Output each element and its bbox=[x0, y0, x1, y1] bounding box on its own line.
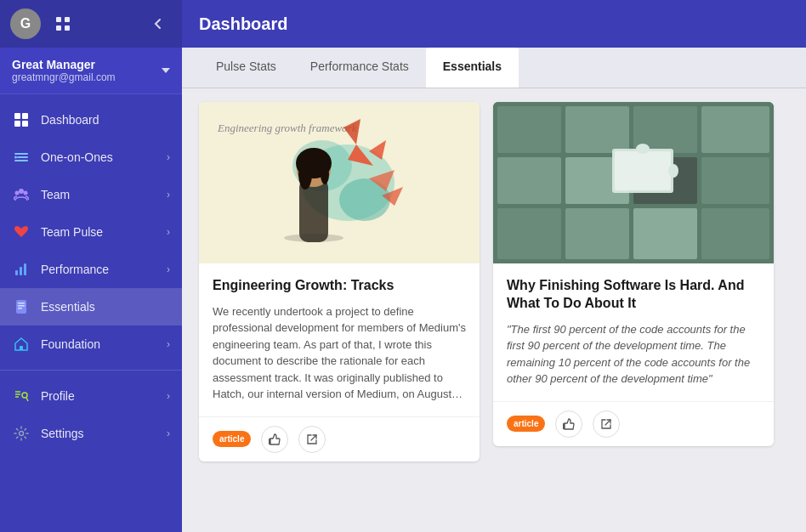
sidebar: G Great Manager greatmngr@gmail.com bbox=[0, 0, 182, 532]
svg-rect-7 bbox=[22, 121, 28, 127]
svg-rect-53 bbox=[497, 157, 561, 204]
grid-icon[interactable] bbox=[49, 10, 77, 37]
card-2-image bbox=[493, 102, 774, 263]
sidebar-label-foundation: Foundation bbox=[41, 337, 156, 351]
oneone-icon bbox=[12, 148, 31, 167]
main-content: Dashboard Pulse Stats Performance Stats … bbox=[182, 0, 806, 532]
sidebar-item-settings[interactable]: Settings › bbox=[0, 415, 182, 452]
sidebar-item-team[interactable]: Team › bbox=[0, 176, 182, 213]
svg-text:Engineering growth framework: Engineering growth framework bbox=[217, 122, 357, 134]
svg-rect-3 bbox=[65, 25, 70, 31]
card-2-like-button[interactable] bbox=[555, 410, 582, 438]
card-2-title: Why Finishing Software Is Hard. And What… bbox=[507, 277, 760, 313]
book-icon bbox=[12, 297, 31, 316]
svg-point-44 bbox=[298, 159, 312, 190]
card-1-open-button[interactable] bbox=[298, 426, 326, 453]
svg-rect-56 bbox=[701, 157, 769, 204]
svg-point-13 bbox=[15, 191, 20, 195]
svg-rect-15 bbox=[15, 270, 18, 275]
tab-pulse-stats[interactable]: Pulse Stats bbox=[199, 48, 293, 88]
bar-icon bbox=[12, 260, 31, 279]
card-2-footer: article bbox=[493, 401, 774, 446]
team-icon bbox=[12, 185, 31, 204]
svg-rect-18 bbox=[16, 300, 26, 314]
svg-line-66 bbox=[605, 420, 610, 425]
sidebar-item-foundation[interactable]: Foundation › bbox=[0, 325, 182, 363]
card-1-like-button[interactable] bbox=[261, 426, 288, 453]
sidebar-item-performance[interactable]: Performance › bbox=[0, 251, 182, 288]
sidebar-nav: Dashboard One-on-Ones › bbox=[0, 94, 182, 532]
card-1-body: Engineering Growth: Tracks We recently u… bbox=[199, 263, 480, 416]
card-engineering-growth: Engineering growth framework bbox=[199, 102, 480, 461]
sidebar-label-performance: Performance bbox=[41, 263, 156, 276]
settings-chevron: › bbox=[167, 427, 170, 439]
svg-rect-21 bbox=[18, 308, 22, 309]
svg-rect-6 bbox=[14, 121, 20, 127]
sidebar-item-team-pulse[interactable]: Team Pulse › bbox=[0, 213, 182, 251]
card-2-text: "The first 90 percent of the code accoun… bbox=[507, 321, 760, 388]
card-1-image: Engineering growth framework bbox=[199, 102, 480, 263]
svg-rect-0 bbox=[56, 17, 61, 22]
user-name: Great Manager greatmngr@gmail.com bbox=[12, 58, 116, 83]
svg-rect-52 bbox=[701, 106, 769, 153]
card-1-title: Engineering Growth: Tracks bbox=[213, 277, 466, 295]
card-2-badge: article bbox=[507, 416, 545, 432]
card-finishing-software: Why Finishing Software Is Hard. And What… bbox=[493, 102, 774, 446]
card-2-open-button[interactable] bbox=[593, 410, 620, 438]
svg-rect-50 bbox=[565, 106, 629, 153]
content-area: Engineering growth framework bbox=[182, 88, 806, 532]
nav-divider bbox=[0, 370, 182, 371]
team-chevron: › bbox=[167, 189, 170, 201]
tab-essentials[interactable]: Essentials bbox=[426, 48, 519, 88]
avatar: G bbox=[10, 8, 41, 39]
sidebar-item-profile[interactable]: Profile › bbox=[0, 377, 182, 415]
settings-icon bbox=[12, 424, 31, 443]
user-email-text: greatmngr@gmail.com bbox=[12, 71, 116, 83]
sidebar-header: G bbox=[0, 0, 182, 48]
svg-rect-65 bbox=[563, 423, 565, 429]
card-1-badge: article bbox=[213, 431, 251, 447]
svg-rect-57 bbox=[497, 208, 561, 259]
user-info: Great Manager greatmngr@gmail.com bbox=[0, 48, 182, 94]
svg-rect-60 bbox=[701, 208, 769, 259]
svg-point-45 bbox=[321, 164, 329, 184]
profile-chevron: › bbox=[167, 390, 170, 402]
svg-point-27 bbox=[22, 393, 27, 398]
sidebar-item-one-on-ones[interactable]: One-on-Ones › bbox=[0, 139, 182, 176]
svg-point-14 bbox=[24, 191, 28, 195]
svg-rect-1 bbox=[65, 17, 70, 22]
heart-icon bbox=[12, 223, 31, 241]
team-pulse-chevron: › bbox=[167, 226, 170, 238]
svg-rect-19 bbox=[18, 303, 25, 304]
page-title: Dashboard bbox=[199, 14, 287, 34]
collapse-icon[interactable] bbox=[145, 10, 172, 37]
user-menu-chevron[interactable] bbox=[162, 68, 170, 73]
card-1-text: We recently undertook a project to defin… bbox=[213, 303, 466, 403]
tab-performance-stats[interactable]: Performance Stats bbox=[293, 48, 426, 88]
card-2-body: Why Finishing Software Is Hard. And What… bbox=[493, 263, 774, 401]
performance-chevron: › bbox=[167, 263, 170, 275]
sidebar-header-left: G bbox=[10, 8, 77, 39]
svg-rect-58 bbox=[565, 208, 629, 259]
sidebar-label-team: Team bbox=[41, 188, 156, 201]
svg-point-12 bbox=[19, 189, 24, 194]
sidebar-item-essentials[interactable]: Essentials bbox=[0, 288, 182, 325]
svg-point-64 bbox=[668, 164, 678, 178]
svg-rect-20 bbox=[18, 305, 25, 307]
svg-rect-62 bbox=[615, 151, 671, 190]
foundation-chevron: › bbox=[167, 338, 170, 350]
sidebar-item-dashboard[interactable]: Dashboard bbox=[0, 101, 182, 139]
svg-point-29 bbox=[20, 432, 24, 436]
sidebar-label-dashboard: Dashboard bbox=[41, 113, 170, 127]
svg-rect-2 bbox=[56, 25, 61, 31]
sidebar-label-essentials: Essentials bbox=[41, 300, 170, 314]
foundation-icon bbox=[12, 335, 31, 354]
sidebar-label-oneononoes: One-on-Ones bbox=[41, 150, 156, 164]
oneone-chevron: › bbox=[167, 151, 170, 163]
tabs-bar: Pulse Stats Performance Stats Essentials bbox=[182, 48, 806, 88]
card-1-footer: article bbox=[199, 416, 480, 461]
svg-rect-59 bbox=[633, 208, 697, 259]
profile-icon bbox=[12, 387, 31, 405]
sidebar-label-settings: Settings bbox=[41, 427, 156, 440]
svg-rect-49 bbox=[497, 106, 561, 153]
